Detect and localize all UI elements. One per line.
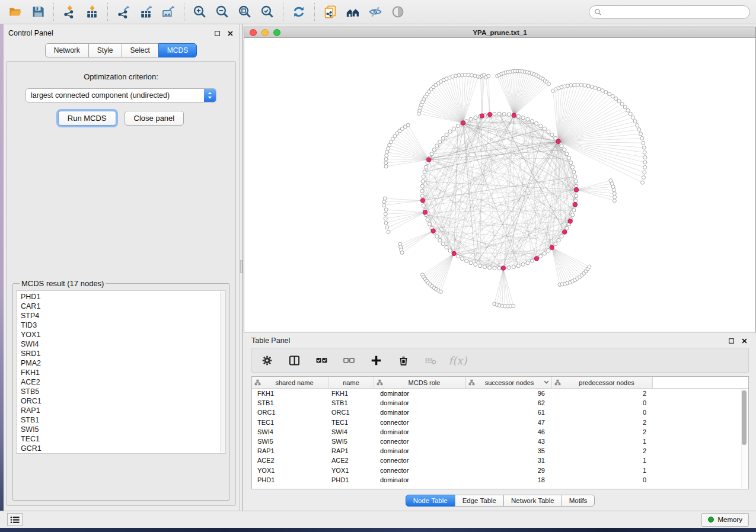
- tab-network[interactable]: Network: [45, 43, 89, 57]
- mcds-result-list[interactable]: PHD1CAR1STP4TID3YOX1SWI4SRD1PMA2FKH1ACE2…: [16, 290, 226, 454]
- mcds-node-item[interactable]: STP4: [21, 311, 225, 321]
- control-panel-float-button[interactable]: [212, 28, 222, 38]
- mcds-node-item[interactable]: SWI4: [21, 339, 225, 349]
- table-row[interactable]: ACE2ACE2connector311: [252, 456, 748, 465]
- table-row[interactable]: RAP1RAP1dominator352: [252, 446, 748, 456]
- splitter-grip[interactable]: [240, 260, 243, 273]
- cell: 2: [552, 428, 653, 435]
- run-mcds-button[interactable]: Run MCDS: [58, 111, 116, 126]
- mcds-node-item[interactable]: RAP1: [21, 406, 225, 415]
- dropdown-stepper-icon: [204, 89, 216, 102]
- mcds-node-item[interactable]: STB5: [21, 387, 225, 396]
- table-panel-close-button[interactable]: [739, 336, 749, 345]
- import-table-button[interactable]: [82, 2, 101, 21]
- window-zoom-light[interactable]: [273, 29, 280, 36]
- table-row[interactable]: STB1STB1dominator620: [252, 398, 748, 408]
- network-view-canvas[interactable]: [244, 38, 755, 332]
- mcds-node-item[interactable]: FKH1: [21, 368, 225, 377]
- tab-select[interactable]: Select: [122, 43, 159, 57]
- window-close-light[interactable]: [250, 29, 257, 36]
- save-session-button[interactable]: [28, 2, 47, 21]
- zoom-out-button[interactable]: [213, 2, 232, 21]
- table-row[interactable]: SWI5SWI5connector431: [252, 437, 748, 446]
- control-panel-close-button[interactable]: [225, 28, 235, 38]
- add-column-button[interactable]: [368, 352, 384, 368]
- network-window-titlebar[interactable]: YPA_prune.txt_1: [244, 27, 755, 38]
- table-options-gear-button[interactable]: [259, 352, 275, 368]
- node-table[interactable]: shared namenameMCDS rolesuccessor nodesp…: [251, 376, 749, 489]
- table-scrollbar-thumb[interactable]: [742, 390, 747, 445]
- mcds-node-item[interactable]: SWI5: [21, 425, 225, 434]
- mcds-node-item[interactable]: ORC1: [21, 396, 225, 406]
- cell: YOX1: [328, 467, 374, 474]
- tab-node-table[interactable]: Node Table: [406, 495, 455, 507]
- hide-columns-button[interactable]: [341, 352, 356, 368]
- mcds-node-item[interactable]: ACE2: [21, 377, 225, 387]
- table-row[interactable]: TEC1TEC1connector472: [252, 418, 748, 427]
- cell: connector: [374, 419, 466, 426]
- import-network-button[interactable]: [60, 2, 79, 21]
- zoom-selected-button[interactable]: [258, 2, 277, 21]
- export-table-button[interactable]: [136, 2, 155, 21]
- mcds-node-item[interactable]: TID3: [21, 321, 225, 330]
- split-panel-button[interactable]: [286, 352, 302, 368]
- zoom-in-icon: [193, 5, 207, 19]
- tab-motifs[interactable]: Motifs: [562, 495, 595, 507]
- table-panel-float-button[interactable]: [726, 336, 736, 345]
- column-header-successor-nodes[interactable]: successor nodes: [466, 377, 552, 388]
- cell: 1: [552, 467, 653, 474]
- table-row[interactable]: PHD1PHD1dominator180: [252, 475, 748, 485]
- column-header-shared-name[interactable]: shared name: [252, 377, 328, 388]
- show-graphics-details-button[interactable]: [388, 2, 407, 21]
- panel-menu-button[interactable]: [7, 513, 23, 526]
- search-text-field[interactable]: [605, 8, 745, 16]
- cell: YOX1: [252, 467, 328, 474]
- tab-edge-table[interactable]: Edge Table: [455, 495, 504, 507]
- mcds-node-item[interactable]: PHD1: [21, 292, 225, 302]
- clone-network-button[interactable]: [321, 2, 340, 21]
- mcds-node-item[interactable]: CAR1: [21, 302, 225, 311]
- column-header-name[interactable]: name: [328, 377, 374, 388]
- welcome-screen-icon: [346, 5, 360, 19]
- cell: 29: [466, 467, 552, 474]
- zoom-in-button[interactable]: [190, 2, 209, 21]
- zoom-fit-icon: [238, 5, 252, 19]
- memory-button[interactable]: Memory: [701, 513, 749, 527]
- column-header-predecessor-nodes[interactable]: predecessor nodes: [552, 377, 653, 388]
- magnifier-icon: [594, 8, 602, 16]
- mcds-node-item[interactable]: PMA2: [21, 358, 225, 368]
- function-builder-icon: f(x): [449, 354, 467, 367]
- mcds-node-item[interactable]: YOX1: [21, 330, 225, 339]
- mcds-node-item[interactable]: SRD1: [21, 349, 225, 358]
- tab-mcds[interactable]: MCDS: [158, 43, 197, 57]
- open-session-button[interactable]: [6, 2, 25, 21]
- search-input[interactable]: [589, 5, 750, 19]
- mcds-node-item[interactable]: STB1: [21, 415, 225, 425]
- show-columns-button[interactable]: [314, 352, 329, 368]
- cell: 2: [552, 390, 653, 397]
- table-row[interactable]: YOX1YOX1connector291: [252, 466, 748, 475]
- export-image-button[interactable]: [159, 2, 178, 21]
- window-minimize-light[interactable]: [261, 29, 269, 36]
- export-network-button[interactable]: [114, 2, 133, 21]
- table-row[interactable]: ORC1ORC1dominator610: [252, 408, 748, 417]
- panel-splitter[interactable]: [240, 24, 243, 511]
- delete-column-button[interactable]: [395, 352, 411, 368]
- column-header-MCDS-role[interactable]: MCDS role: [374, 377, 466, 388]
- table-scrollbar-track[interactable]: [741, 389, 748, 488]
- tab-network-table[interactable]: Network Table: [503, 495, 562, 507]
- welcome-screen-button[interactable]: [343, 2, 362, 21]
- table-row[interactable]: SWI4SWI4dominator462: [252, 427, 748, 437]
- mcds-node-item[interactable]: GCR1: [21, 444, 225, 453]
- zoom-fit-button[interactable]: [235, 2, 254, 21]
- refresh-view-button[interactable]: [289, 2, 308, 21]
- mcds-node-item[interactable]: TEC1: [21, 434, 225, 444]
- hide-columns-icon: [343, 354, 355, 367]
- table-row[interactable]: FKH1FKH1dominator962: [252, 389, 748, 398]
- hide-graphics-details-button[interactable]: [366, 2, 385, 21]
- cell: SWI5: [328, 438, 374, 445]
- optimization-criterion-select[interactable]: largest connected component (undirected): [25, 88, 216, 102]
- mcds-list-scrollbar[interactable]: [220, 291, 225, 453]
- tab-style[interactable]: Style: [88, 43, 122, 57]
- close-panel-button[interactable]: Close panel: [125, 111, 184, 126]
